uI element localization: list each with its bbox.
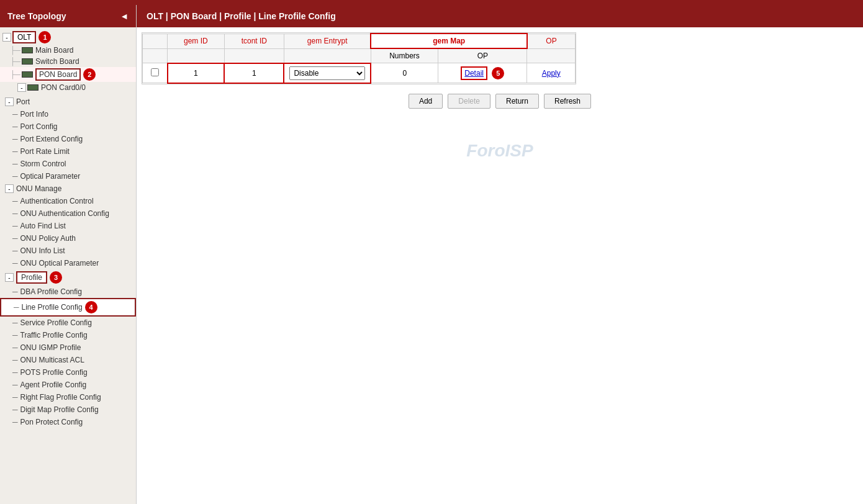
port-section-header[interactable]: - Port — [0, 96, 136, 108]
nav-optical-param[interactable]: ─ Optical Parameter — [0, 170, 136, 182]
nav-port-extend[interactable]: ─ Port Extend Config — [0, 133, 136, 145]
bullet-3: ─ — [12, 135, 18, 143]
nav-onu-optical[interactable]: ─ ONU Optical Parameter — [0, 257, 136, 269]
nav-right-flag[interactable]: ─ Right Flag Profile Config — [0, 391, 136, 403]
switch-board-label: Switch Board — [35, 57, 79, 66]
bullet-2: ─ — [12, 122, 18, 131]
tree-connector-3: ├─ — [10, 70, 20, 79]
sidebar-tree: - OLT 1 ├─ Main Board ├─ Switch Board ├─… — [0, 27, 136, 504]
nav-traffic-profile[interactable]: ─ Traffic Profile Config — [0, 329, 136, 341]
tree-item-olt[interactable]: - OLT 1 — [0, 30, 136, 45]
gem-id-sub — [168, 48, 225, 63]
nav-pon-protect[interactable]: ─ Pon Protect Config — [0, 416, 136, 428]
nav-pots-profile[interactable]: ─ POTS Profile Config — [0, 366, 136, 379]
op-header: OP — [527, 34, 576, 48]
bullet-17: ─ — [12, 343, 18, 352]
nav-igmp-profile[interactable]: ─ ONU IGMP Profile — [0, 341, 136, 354]
bullet-5: ─ — [12, 160, 18, 168]
tree-connector-2: ├─ — [10, 57, 20, 66]
port-expand[interactable]: - — [5, 97, 14, 106]
onu-expand[interactable]: - — [5, 184, 14, 193]
tree-item-pon-board[interactable]: ├─ PON Board 2 — [0, 67, 136, 82]
bullet-13: ─ — [12, 287, 18, 296]
nav-onu-policy[interactable]: ─ ONU Policy Auth — [0, 232, 136, 245]
empty-sub — [143, 48, 168, 63]
tree-item-switch-board[interactable]: ├─ Switch Board — [0, 56, 136, 67]
return-button[interactable]: Return — [495, 94, 539, 109]
badge-1: 1 — [38, 31, 51, 43]
watermark: ForoISP — [142, 116, 858, 186]
numbers-sub: Numbers — [371, 48, 438, 63]
apply-link[interactable]: Apply — [542, 69, 561, 78]
bullet-16: ─ — [12, 331, 18, 340]
sidebar: Tree Topology ◄ - OLT 1 ├─ Main Board ├─… — [0, 5, 137, 504]
nav-onu-info[interactable]: ─ ONU Info List — [0, 245, 136, 257]
detail-cell[interactable]: Detail 5 — [438, 63, 527, 83]
detail-link[interactable]: Detail — [461, 66, 487, 80]
data-table-container: gem ID tcont ID gem Entrypt gem Map — [142, 32, 576, 84]
bullet-10: ─ — [12, 234, 18, 243]
bullet-9: ─ — [12, 222, 18, 230]
switch-board-icon — [22, 58, 33, 65]
tcont-id-cell: 1 — [224, 63, 284, 83]
expand-olt[interactable]: - — [2, 33, 11, 42]
delete-button[interactable]: Delete — [448, 94, 490, 109]
apply-cell[interactable]: Apply — [527, 63, 576, 83]
nav-storm-control[interactable]: ─ Storm Control — [0, 158, 136, 170]
collapse-arrow[interactable]: ◄ — [120, 11, 129, 21]
entrypt-select[interactable]: Disable Enable — [289, 66, 365, 80]
olt-label[interactable]: OLT — [12, 31, 36, 43]
bullet-21: ─ — [12, 393, 18, 402]
breadcrumb: OLT | PON Board | Profile | Line Profile… — [137, 5, 863, 27]
bullet-11: ─ — [12, 246, 18, 255]
profile-section-label: Profile — [16, 271, 47, 284]
profile-section-header[interactable]: - Profile 3 — [0, 269, 136, 286]
main-board-icon — [22, 47, 33, 53]
table-row: 1 1 Disable Enable — [143, 63, 576, 83]
expand-pon-card[interactable]: - — [17, 83, 26, 92]
refresh-button[interactable]: Refresh — [544, 94, 591, 109]
add-button[interactable]: Add — [409, 94, 443, 109]
port-section-label: Port — [16, 97, 30, 106]
nav-agent-profile[interactable]: ─ Agent Profile Config — [0, 379, 136, 391]
row-checkbox-input[interactable] — [151, 68, 159, 76]
gem-entrypt-header: gem Entrypt — [284, 34, 371, 48]
action-buttons: Add Delete Return Refresh — [142, 86, 858, 116]
nav-line-profile[interactable]: ─ Line Profile Config 4 — [0, 298, 136, 317]
sidebar-header: Tree Topology ◄ — [0, 5, 136, 27]
content-inner: gem ID tcont ID gem Entrypt gem Map — [137, 27, 863, 504]
onu-section-header[interactable]: - ONU Manage — [0, 182, 136, 195]
badge-5: 5 — [492, 67, 504, 79]
bullet-19: ─ — [12, 368, 18, 377]
nav-multicast-acl[interactable]: ─ ONU Multicast ACL — [0, 354, 136, 366]
badge-4: 4 — [85, 301, 97, 313]
nav-port-info[interactable]: ─ Port Info — [0, 108, 136, 120]
pon-board-label[interactable]: PON Board — [35, 68, 81, 81]
bullet-18: ─ — [12, 356, 18, 364]
top-bar — [0, 0, 863, 5]
main-board-label: Main Board — [35, 46, 73, 55]
nav-digit-map[interactable]: ─ Digit Map Profile Config — [0, 403, 136, 416]
nav-auto-find[interactable]: ─ Auto Find List — [0, 220, 136, 232]
bullet-23: ─ — [12, 418, 18, 426]
nav-service-profile[interactable]: ─ Service Profile Config — [0, 317, 136, 329]
bullet-15: ─ — [12, 318, 18, 327]
tree-item-main-board[interactable]: ├─ Main Board — [0, 45, 136, 56]
nav-dba-profile[interactable]: ─ DBA Profile Config — [0, 286, 136, 298]
nav-port-rate[interactable]: ─ Port Rate Limit — [0, 145, 136, 158]
content-body: gem ID tcont ID gem Entrypt gem Map — [137, 27, 863, 504]
pon-card-label: PON Card0/0 — [41, 83, 86, 92]
row-checkbox[interactable] — [143, 63, 168, 83]
badge-2: 2 — [83, 68, 96, 81]
entrypt-sub — [284, 48, 371, 63]
nav-port-config[interactable]: ─ Port Config — [0, 120, 136, 133]
nav-auth-control[interactable]: ─ Authentication Control — [0, 195, 136, 207]
bullet-22: ─ — [12, 405, 18, 414]
checkbox-header — [143, 34, 168, 48]
data-table: gem ID tcont ID gem Entrypt gem Map — [142, 33, 576, 84]
tree-item-pon-card[interactable]: - PON Card0/0 — [0, 82, 136, 93]
gem-map-header: gem Map — [371, 34, 527, 48]
nav-onu-auth-config[interactable]: ─ ONU Authentication Config — [0, 207, 136, 220]
entrypt-cell[interactable]: Disable Enable — [284, 63, 371, 83]
profile-expand[interactable]: - — [5, 273, 14, 282]
